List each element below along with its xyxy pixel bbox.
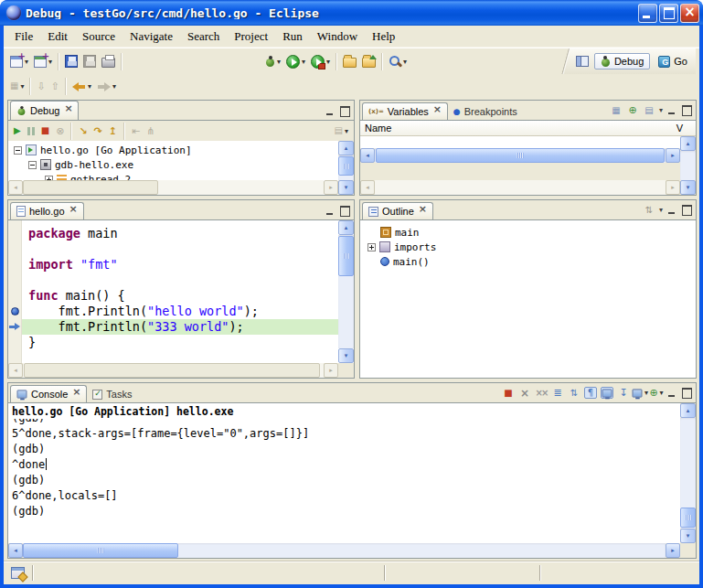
console-output[interactable]: (gdb) 5^done,stack-args=[frame={level="0… bbox=[8, 419, 680, 543]
drop-to-frame-button[interactable] bbox=[129, 121, 143, 141]
debug-launch-button[interactable] bbox=[262, 51, 283, 71]
code-editor[interactable]: package main import "fmt" func main() { … bbox=[22, 220, 338, 363]
search-button[interactable] bbox=[386, 51, 410, 71]
menu-help[interactable]: Help bbox=[365, 27, 402, 47]
minimize-view-icon[interactable] bbox=[325, 206, 336, 216]
pin-console-button[interactable] bbox=[617, 387, 630, 399]
maximize-button[interactable] bbox=[659, 4, 678, 23]
scroll-down-icon[interactable] bbox=[680, 180, 696, 195]
tab-tasks[interactable]: Tasks bbox=[87, 386, 137, 402]
resume-button[interactable] bbox=[11, 121, 24, 141]
editor-vscrollbar[interactable] bbox=[338, 220, 354, 363]
menu-source[interactable]: Source bbox=[75, 27, 122, 47]
debug-hscrollbar[interactable] bbox=[8, 180, 338, 195]
code-line[interactable]: func main() { bbox=[28, 288, 338, 304]
open-perspective-button[interactable] bbox=[573, 51, 591, 71]
menu-window[interactable]: Window bbox=[310, 27, 365, 47]
detail-hscrollbar[interactable] bbox=[360, 180, 680, 195]
maximize-view-icon[interactable] bbox=[339, 206, 350, 216]
tab-hello-go[interactable]: hello.go bbox=[10, 202, 84, 219]
titlebar[interactable]: Debug - testGo/src/cmd/hello.go - Eclips… bbox=[0, 0, 703, 26]
close-button[interactable] bbox=[680, 4, 699, 23]
scroll-right-icon[interactable] bbox=[666, 148, 680, 163]
scroll-lock-button[interactable] bbox=[568, 387, 581, 399]
open-resource-button[interactable] bbox=[359, 51, 378, 71]
minimize-view-icon[interactable] bbox=[666, 105, 677, 115]
open-console-button[interactable] bbox=[650, 387, 663, 399]
code-line-current[interactable]: fmt.Println("333 world"); bbox=[22, 319, 338, 335]
open-folder-button[interactable] bbox=[340, 51, 359, 71]
save-all-button[interactable] bbox=[80, 51, 99, 71]
previous-annotation-button[interactable] bbox=[48, 76, 62, 96]
run-launch-button[interactable] bbox=[283, 51, 308, 71]
tab-debug[interactable]: Debug bbox=[10, 101, 79, 120]
variables-vscrollbar[interactable] bbox=[680, 136, 696, 195]
scroll-down-icon[interactable] bbox=[338, 180, 354, 195]
view-management-button[interactable] bbox=[332, 121, 351, 141]
scroll-right-icon[interactable] bbox=[324, 180, 338, 195]
scroll-up-icon[interactable] bbox=[338, 220, 354, 235]
fast-view-button[interactable] bbox=[7, 561, 28, 584]
scroll-up-icon[interactable] bbox=[680, 403, 696, 418]
scroll-right-icon[interactable] bbox=[666, 180, 680, 195]
menu-search[interactable]: Search bbox=[180, 27, 227, 47]
collapse-toggle-icon[interactable] bbox=[14, 146, 22, 155]
tab-breakpoints[interactable]: Breakpoints bbox=[448, 103, 523, 120]
remove-all-launches-button[interactable] bbox=[535, 387, 548, 399]
scroll-left-icon[interactable] bbox=[360, 148, 375, 163]
console-vscrollbar[interactable] bbox=[680, 403, 696, 543]
go-perspective-button[interactable]: Go bbox=[653, 54, 693, 69]
close-view-icon[interactable] bbox=[63, 106, 72, 115]
maximize-view-icon[interactable] bbox=[681, 105, 692, 115]
scroll-up-icon[interactable] bbox=[338, 141, 354, 155]
code-line[interactable]: } bbox=[28, 335, 338, 350]
terminate-button[interactable] bbox=[38, 121, 52, 141]
disconnect-button[interactable] bbox=[53, 121, 67, 141]
menu-project[interactable]: Project bbox=[227, 27, 275, 47]
external-tools-button[interactable] bbox=[308, 51, 333, 71]
code-line[interactable]: package main bbox=[28, 226, 338, 241]
scroll-down-icon[interactable] bbox=[338, 348, 354, 363]
clear-console-button[interactable] bbox=[551, 387, 564, 399]
layout-icon[interactable] bbox=[643, 104, 655, 116]
close-view-icon[interactable] bbox=[71, 390, 80, 399]
show-console-on-output-button[interactable] bbox=[601, 387, 613, 399]
debug-tree-item-launch[interactable]: hello.go [Go Application] bbox=[8, 143, 338, 157]
sort-icon[interactable] bbox=[643, 204, 655, 216]
code-line[interactable]: fmt.Println("hello world"); bbox=[28, 304, 338, 319]
show-type-names-icon[interactable] bbox=[610, 104, 623, 116]
close-view-icon[interactable] bbox=[432, 107, 442, 116]
minimize-view-icon[interactable] bbox=[325, 106, 336, 116]
debug-perspective-button[interactable]: Debug bbox=[594, 53, 650, 69]
variables-table[interactable] bbox=[360, 136, 680, 148]
scroll-left-icon[interactable] bbox=[8, 363, 23, 378]
debug-tree-item-process[interactable]: gdb-hello.exe bbox=[8, 157, 338, 172]
scroll-left-icon[interactable] bbox=[8, 543, 23, 558]
new-go-element-button[interactable] bbox=[31, 51, 55, 71]
display-selected-console-button[interactable] bbox=[634, 387, 646, 399]
scroll-right-icon[interactable] bbox=[324, 363, 338, 378]
step-return-button[interactable] bbox=[106, 121, 120, 141]
code-line[interactable] bbox=[28, 241, 338, 257]
step-into-button[interactable] bbox=[76, 121, 90, 141]
code-line[interactable]: import "fmt" bbox=[28, 257, 338, 273]
close-view-icon[interactable] bbox=[418, 207, 427, 216]
minimize-button[interactable] bbox=[638, 4, 657, 23]
remove-launch-button[interactable] bbox=[518, 387, 531, 399]
next-annotation-button[interactable] bbox=[34, 76, 48, 96]
tab-variables[interactable]: Variables bbox=[362, 102, 448, 120]
scroll-right-icon[interactable] bbox=[666, 543, 680, 558]
minimize-view-icon[interactable] bbox=[666, 388, 677, 398]
menu-file[interactable]: File bbox=[7, 27, 40, 47]
maximize-view-icon[interactable] bbox=[339, 106, 350, 116]
collapse-toggle-icon[interactable] bbox=[28, 161, 37, 169]
editor-hscrollbar[interactable] bbox=[8, 363, 338, 378]
menu-edit[interactable]: Edit bbox=[40, 27, 75, 47]
expand-toggle-icon[interactable] bbox=[367, 243, 376, 251]
scroll-down-icon[interactable] bbox=[680, 529, 696, 543]
menu-run[interactable]: Run bbox=[275, 27, 310, 47]
breakpoint-icon[interactable] bbox=[11, 307, 19, 315]
suspend-button[interactable] bbox=[25, 121, 37, 141]
add-watch-icon[interactable] bbox=[626, 104, 639, 116]
word-wrap-button[interactable] bbox=[584, 387, 597, 399]
